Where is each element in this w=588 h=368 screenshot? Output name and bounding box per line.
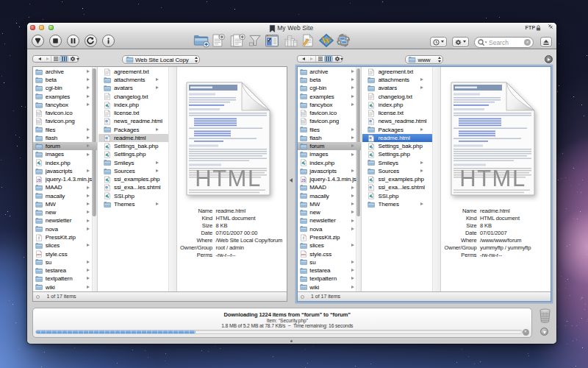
svg-text:HTML: HTML: [195, 166, 261, 191]
svg-text:JS: JS: [37, 178, 41, 182]
svg-text:JS: JS: [301, 178, 306, 182]
svg-text:HTML: HTML: [459, 166, 526, 191]
svg-text:W: W: [322, 35, 331, 46]
